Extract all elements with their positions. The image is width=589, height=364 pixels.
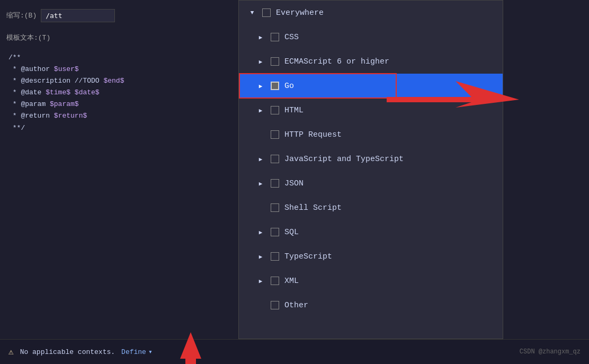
checkbox-html[interactable] (271, 106, 279, 114)
code-line-2a: * @author (8, 64, 54, 75)
dropdown-item-other[interactable]: Other (239, 293, 503, 317)
checkbox-shell[interactable] (271, 203, 279, 212)
dropdown-item-sql[interactable]: ▶ SQL (239, 220, 503, 244)
checkbox-js-ts[interactable] (271, 155, 279, 163)
dropdown-item-html[interactable]: ▶ HTML (239, 98, 503, 122)
warning-icon: ⚠ (8, 347, 14, 357)
expand-icon-typescript: ▶ (256, 252, 265, 261)
code-line-6b: $return$ (54, 110, 87, 122)
expand-icon-ecmascript: ▶ (256, 57, 265, 66)
code-line-1: /** (8, 52, 21, 64)
code-line-4d: $date$ (75, 87, 100, 99)
code-line-5a: * @param (8, 99, 50, 110)
label-everywhere: Everywhere (276, 8, 324, 17)
dropdown-item-shell[interactable]: Shell Script (239, 196, 503, 220)
expand-icon-everywhere: ▼ (247, 8, 257, 17)
checkbox-http[interactable] (271, 130, 279, 139)
label-shell: Shell Script (284, 203, 342, 212)
checkbox-xml[interactable] (271, 277, 279, 285)
label-sql: SQL (284, 228, 299, 237)
expand-icon-sql: ▶ (256, 227, 265, 237)
define-button[interactable]: Define ▾ (121, 348, 153, 356)
label-other: Other (284, 301, 308, 310)
code-line-2b: $user$ (54, 64, 79, 75)
no-context-text: No applicable contexts. (20, 348, 115, 356)
label-json: JSON (284, 179, 304, 188)
dropdown-item-css[interactable]: ▶ CSS (239, 25, 503, 49)
editor-panel: 缩写:(B) 模板文本:(T) /** * @author $user$ * @… (0, 0, 238, 339)
label-typescript: TypeScript (284, 252, 332, 261)
checkbox-json[interactable] (271, 179, 279, 188)
expand-icon-go: ▶ (256, 81, 265, 91)
dropdown-panel: ▼ Everywhere ▶ CSS ▶ ECMAScript 6 or hig… (238, 0, 503, 339)
checkbox-everywhere[interactable] (262, 8, 271, 17)
dropdown-item-xml[interactable]: ▶ XML (239, 269, 503, 293)
code-line-4b: $time$ (46, 87, 70, 99)
dropdown-item-go[interactable]: ▶ Go (239, 74, 503, 98)
shortcut-input[interactable] (41, 9, 115, 22)
label-js-ts: JavaScript and TypeScript (284, 155, 404, 164)
label-xml: XML (284, 277, 299, 286)
checkbox-typescript[interactable] (271, 252, 279, 261)
watermark: CSDN @zhangxm_qz (520, 348, 581, 356)
code-line-4c (70, 87, 75, 99)
checkbox-other[interactable] (271, 301, 279, 309)
dropdown-item-js-ts[interactable]: ▶ JavaScript and TypeScript (239, 147, 503, 171)
label-ecmascript: ECMAScript 6 or higher (284, 57, 389, 66)
label-http: HTTP Request (284, 130, 342, 139)
label-css: CSS (284, 33, 299, 42)
expand-icon-xml: ▶ (256, 276, 265, 286)
status-left: ⚠ No applicable contexts. Define ▾ (8, 347, 153, 357)
checkbox-go[interactable] (271, 82, 279, 90)
define-label[interactable]: Define (121, 348, 146, 356)
label-go: Go (284, 82, 294, 91)
dropdown-item-everywhere[interactable]: ▼ Everywhere (239, 1, 503, 25)
code-line-3a: * @description //TODO (8, 75, 103, 87)
label-html: HTML (284, 106, 304, 115)
expand-icon-html: ▶ (256, 105, 265, 115)
dropdown-item-http[interactable]: HTTP Request (239, 122, 503, 147)
template-label: 模板文本:(T) (6, 33, 50, 42)
code-area: /** * @author $user$ * @description //TO… (0, 48, 238, 138)
shortcut-label: 缩写:(B) (6, 11, 37, 20)
code-line-4a: * @date (8, 87, 46, 99)
dropdown-item-ecmascript[interactable]: ▶ ECMAScript 6 or higher (239, 49, 503, 74)
expand-icon-js-ts: ▶ (256, 154, 265, 164)
define-chevron-icon: ▾ (148, 348, 153, 356)
code-line-3b: $end$ (103, 75, 124, 87)
code-line-5b: $param$ (50, 99, 79, 110)
checkbox-ecmascript[interactable] (271, 57, 279, 66)
checkbox-sql[interactable] (271, 228, 279, 236)
expand-icon-css: ▶ (256, 32, 265, 42)
expand-icon-json: ▶ (256, 179, 265, 188)
status-bar: ⚠ No applicable contexts. Define ▾ CSDN … (0, 339, 589, 364)
code-line-7: **/ (8, 122, 25, 134)
dropdown-item-json[interactable]: ▶ JSON (239, 171, 503, 196)
checkbox-css[interactable] (271, 33, 279, 41)
dropdown-item-typescript[interactable]: ▶ TypeScript (239, 244, 503, 269)
code-line-6a: * @return (8, 110, 54, 122)
